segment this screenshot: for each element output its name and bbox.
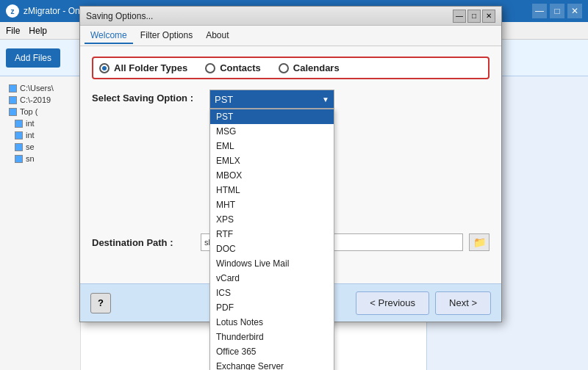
tree-item: C:\-2019 [3, 94, 77, 106]
destination-path-label: Destination Path : [92, 237, 195, 248]
radio-all-folder[interactable]: All Folder Types [99, 62, 187, 73]
radio-calendars[interactable]: Calendars [279, 62, 340, 73]
radio-contacts[interactable]: Contacts [205, 62, 261, 73]
modal-body: All Folder Types Contacts Calendars Sele… [80, 46, 501, 283]
bg-menu-file[interactable]: File [6, 26, 20, 36]
tree-checkbox[interactable] [15, 120, 23, 128]
saving-options-modal: Saving Options... — □ ✕ Welcome Filter O… [79, 6, 502, 322]
dropdown-item-html[interactable]: HTML [210, 183, 334, 197]
radio-label-all-folder: All Folder Types [114, 62, 187, 73]
saving-select-display[interactable]: PST ▼ [209, 90, 334, 109]
radio-dot-contacts [205, 63, 215, 73]
dropdown-item-ics[interactable]: ICS [210, 286, 334, 300]
bg-titlebar-controls: — □ ✕ [532, 4, 582, 18]
modal-close-btn[interactable]: ✕ [482, 10, 495, 23]
dropdown-item-rtf[interactable]: RTF [210, 227, 334, 242]
next-button[interactable]: Next > [435, 291, 491, 315]
dropdown-item-windowslivemail[interactable]: Windows Live Mail [210, 256, 334, 271]
tab-welcome[interactable]: Welcome [85, 28, 133, 44]
saving-option-row: Select Saving Option : PST ▼ PST MSG EML… [92, 90, 490, 109]
radio-label-calendars: Calendars [293, 62, 340, 73]
modal-minimize-btn[interactable]: — [453, 10, 466, 23]
radio-row: All Folder Types Contacts Calendars [92, 57, 490, 79]
tree-checkbox[interactable] [15, 131, 23, 139]
tree-item: se [3, 141, 77, 153]
saving-options-dropdown: PST MSG EML EMLX MBOX HTML MHT XPS RTF D… [209, 109, 334, 370]
bg-close-btn[interactable]: ✕ [567, 4, 582, 18]
dropdown-item-mht[interactable]: MHT [210, 197, 334, 212]
dropdown-item-pdf[interactable]: PDF [210, 300, 334, 315]
bg-restore-btn[interactable]: □ [550, 4, 564, 18]
modal-title: Saving Options... [86, 11, 451, 21]
tree-label: se [26, 142, 35, 151]
tab-filter-options[interactable]: Filter Options [135, 28, 198, 44]
tree-item: C:\Users\ [3, 82, 77, 94]
tree-label: C:\Users\ [20, 84, 54, 92]
modal-titlebar: Saving Options... — □ ✕ [80, 7, 501, 26]
radio-dot-all-folder [99, 63, 110, 73]
saving-select-wrapper: PST ▼ PST MSG EML EMLX MBOX HTML MHT XPS… [209, 90, 490, 109]
tree-checkbox[interactable] [15, 143, 23, 151]
select-arrow-icon: ▼ [322, 95, 329, 104]
bg-app-icon: z [6, 4, 19, 18]
tree-checkbox[interactable] [9, 96, 17, 104]
dropdown-item-vcard[interactable]: vCard [210, 271, 334, 286]
tree-item: int [3, 129, 77, 141]
previous-button[interactable]: < Previous [356, 291, 429, 315]
bg-sidebar: C:\Users\ C:\-2019 Top ( int int se [0, 76, 81, 370]
tree-label: C:\-2019 [20, 95, 51, 104]
bg-minimize-btn[interactable]: — [532, 4, 547, 18]
dropdown-item-mbox[interactable]: MBOX [210, 168, 334, 183]
radio-dot-calendars [279, 63, 289, 73]
tree-label: int [26, 119, 35, 128]
dropdown-item-msg[interactable]: MSG [210, 124, 334, 139]
tab-about[interactable]: About [200, 28, 234, 44]
destination-browse-button[interactable]: 📁 [469, 233, 490, 251]
tree-label: sn [26, 154, 35, 163]
dropdown-item-thunderbird[interactable]: Thunderbird [210, 330, 334, 344]
saving-option-label: Select Saving Option : [92, 90, 209, 104]
modal-menubar: Welcome Filter Options About [80, 26, 501, 46]
tree-checkbox[interactable] [9, 84, 17, 92]
tree-label: int [26, 131, 35, 139]
tree-checkbox[interactable] [9, 108, 17, 116]
help-button[interactable]: ? [90, 293, 111, 313]
dropdown-item-pst[interactable]: PST [210, 109, 334, 124]
dropdown-item-emlx[interactable]: EMLX [210, 153, 334, 168]
dropdown-item-doc[interactable]: DOC [210, 242, 334, 256]
saving-selected-value: PST [215, 94, 233, 105]
tree-item: sn [3, 153, 77, 164]
radio-label-contacts: Contacts [220, 62, 261, 73]
bg-menu-help[interactable]: Help [29, 26, 47, 36]
tree-checkbox[interactable] [15, 155, 23, 163]
dropdown-item-exchangeserver[interactable]: Exchange Server [210, 359, 334, 370]
dropdown-item-office365[interactable]: Office 365 [210, 344, 334, 359]
dropdown-item-lotusnotes[interactable]: Lotus Notes [210, 315, 334, 330]
dropdown-item-eml[interactable]: EML [210, 139, 334, 153]
tree-item: Top ( [3, 106, 77, 117]
add-files-button[interactable]: Add Files [6, 48, 60, 68]
dropdown-item-xps[interactable]: XPS [210, 212, 334, 227]
modal-restore-btn[interactable]: □ [467, 10, 481, 23]
tree-label: Top ( [20, 107, 37, 116]
tree-item: int [3, 117, 77, 129]
